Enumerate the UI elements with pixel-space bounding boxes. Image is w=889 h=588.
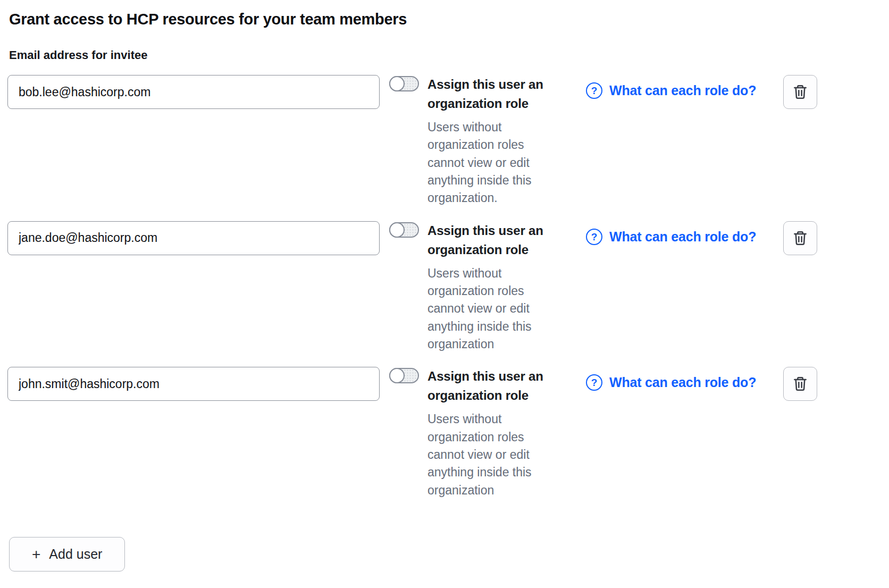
invite-rows: Assign this user an organization role Us… <box>7 75 817 499</box>
help-link-label: What can each role do? <box>609 375 756 390</box>
toggle-knob-icon <box>389 76 405 91</box>
toggle-knob-icon <box>389 222 405 238</box>
page-title: Grant access to HCP resources for your t… <box>9 11 817 28</box>
trash-icon <box>792 375 809 392</box>
delete-row-button[interactable] <box>783 221 817 255</box>
help-link-label: What can each role do? <box>609 83 756 98</box>
question-icon: ? <box>586 82 602 99</box>
role-toggle-label: Assign this user an organization role <box>427 75 561 113</box>
role-help-text: Users without organization roles cannot … <box>427 410 561 499</box>
role-docs-link[interactable]: ? What can each role do? <box>586 229 756 245</box>
invite-row: Assign this user an organization role Us… <box>7 221 817 354</box>
role-column: Assign this user an organization role Us… <box>427 221 561 354</box>
org-role-toggle[interactable] <box>389 222 419 238</box>
org-role-toggle[interactable] <box>389 76 419 91</box>
role-help-text: Users without organization roles cannot … <box>427 119 561 207</box>
question-glyph: ? <box>591 232 598 242</box>
delete-row-button[interactable] <box>783 367 817 401</box>
role-column: Assign this user an organization role Us… <box>427 367 561 499</box>
role-toggle-label: Assign this user an organization role <box>427 367 561 405</box>
email-input[interactable] <box>7 75 380 109</box>
question-icon: ? <box>586 229 602 245</box>
trash-icon <box>792 230 809 247</box>
delete-row-button[interactable] <box>783 75 817 109</box>
plus-icon: + <box>32 547 40 562</box>
role-help-text: Users without organization roles cannot … <box>427 265 561 354</box>
role-docs-link[interactable]: ? What can each role do? <box>586 374 756 391</box>
email-address-label: Email address for invitee <box>9 48 817 62</box>
email-input[interactable] <box>7 367 380 401</box>
org-role-toggle[interactable] <box>389 368 419 383</box>
help-link-label: What can each role do? <box>609 229 756 245</box>
invite-users-form: Grant access to HCP resources for your t… <box>0 0 817 572</box>
add-user-label: Add user <box>49 547 102 562</box>
toggle-knob-icon <box>389 368 405 383</box>
add-user-button[interactable]: + Add user <box>9 537 125 572</box>
invite-row: Assign this user an organization role Us… <box>7 75 817 207</box>
question-glyph: ? <box>591 377 598 388</box>
role-toggle-label: Assign this user an organization role <box>427 221 561 259</box>
role-column: Assign this user an organization role Us… <box>427 75 561 207</box>
role-docs-link[interactable]: ? What can each role do? <box>586 82 756 99</box>
trash-icon <box>792 83 809 100</box>
question-icon: ? <box>586 374 602 391</box>
email-input[interactable] <box>7 221 380 255</box>
question-glyph: ? <box>591 86 598 96</box>
invite-row: Assign this user an organization role Us… <box>7 367 817 499</box>
